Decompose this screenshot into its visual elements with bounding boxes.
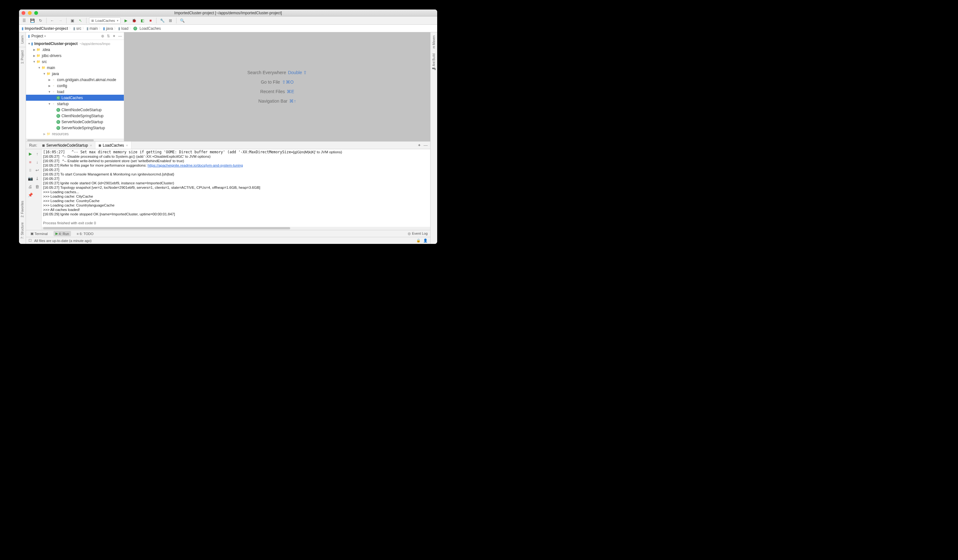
wrench-icon[interactable]: 🔧 [159, 17, 165, 24]
expand-icon[interactable]: ⇅ [107, 34, 110, 38]
hint-recent: Recent Files⌘E [260, 89, 294, 94]
event-log-tab[interactable]: ◎ Event Log [408, 232, 428, 236]
tree-node[interactable]: CClientNodeCodeStartup [26, 107, 124, 113]
empty-editor: Search EverywhereDouble ⇧ Go to File⇧⌘O … [124, 32, 430, 141]
tab-terminal[interactable]: ▣ Terminal [29, 231, 50, 236]
run-gutter: ▶ ↑ ■ ↓ ⏸ ↩ 📷 ⤓ 🖨 🗑 📌 [26, 149, 42, 230]
tree-node[interactable]: CServerNodeCodeStartup [26, 119, 124, 125]
run-tool-window: Run: ▦ServerNodeCodeStartup× ▦LoadCaches… [26, 141, 430, 230]
tree-node-selected[interactable]: CLoadCaches [26, 95, 124, 101]
bottom-tool-tabs: ▣ Terminal ▶ 4: Run ≡ 6: TODO ◎ Event Lo… [26, 230, 430, 237]
breadcrumb-item[interactable]: ▮ImportedCluster-project [22, 26, 68, 31]
rail-tab-favorites[interactable]: 2: Favorites [20, 199, 25, 219]
run-tabs: Run: ▦ServerNodeCodeStartup× ▦LoadCaches… [26, 141, 430, 149]
tree-node[interactable]: ▶▫config [26, 82, 124, 89]
rail-tab-project[interactable]: 1: Project [20, 48, 25, 65]
breadcrumb-item[interactable]: ▮java [103, 26, 113, 31]
tree-node[interactable]: ▼▫load [26, 89, 124, 95]
hide-icon[interactable]: — [423, 143, 428, 148]
sync-icon[interactable]: ↻ [37, 17, 44, 24]
rail-tab-learn[interactable]: Learn [20, 33, 25, 46]
hint-goto: Go to File⇧⌘O [261, 79, 293, 84]
console-scrollbar[interactable] [42, 227, 430, 230]
tree-scrollbar[interactable] [26, 139, 124, 141]
wrap-icon[interactable]: ↩ [34, 167, 41, 173]
tree-node[interactable]: CClientNodeSpringStartup [26, 113, 124, 119]
structure-icon[interactable]: ⊞ [167, 17, 174, 24]
hint-nav: Navigation Bar⌘↑ [259, 98, 296, 103]
window-title: ImportedCluster-project [~/apps/demos/Im… [19, 11, 437, 15]
run-config-selector[interactable]: ▦ LoadCaches [89, 17, 121, 24]
run-config-label: LoadCaches [95, 19, 115, 22]
make-icon[interactable]: ▣ [69, 17, 75, 24]
status-icon: ☐ [29, 238, 32, 243]
open-icon[interactable]: ☰ [21, 17, 27, 24]
breadcrumb-item[interactable]: ▮load [118, 26, 128, 31]
scroll-icon[interactable]: ⤓ [34, 175, 41, 181]
main-toolbar: ☰ 💾 ↻ ← → ▣ ↖ ▦ LoadCaches ▶ 🐞 ◧ ■ 🔧 ⊞ 🔍 [19, 16, 437, 25]
tab-todo[interactable]: ≡ 6: TODO [75, 231, 95, 236]
search-icon[interactable]: 🔍 [179, 17, 186, 24]
breadcrumb-item[interactable]: ▮main [87, 26, 98, 31]
tree-node[interactable]: CServerNodeSpringStartup [26, 125, 124, 131]
trash-icon[interactable]: 🗑 [34, 183, 41, 190]
locate-icon[interactable]: ⊕ [101, 34, 104, 38]
left-tool-rail: Learn 1: Project 2: Favorites 7: Structu… [19, 32, 26, 244]
project-sidebar: ▮ Project ▾ ⊕ ⇅ ✦ — ▼▮ ImportedCluster-p… [26, 32, 124, 141]
editor-area: Search EverywhereDouble ⇧ Go to File⇧⌘O … [124, 32, 430, 141]
status-message: All files are up-to-date (a minute ago) [34, 239, 92, 243]
tree-node[interactable]: ▼▫startup [26, 101, 124, 107]
rail-tab-maven[interactable]: m Maven [431, 33, 436, 50]
back-icon[interactable]: ← [49, 17, 56, 24]
tree-node[interactable]: ▶▫com.gridgain.chaudhri.akmal.mode [26, 77, 124, 82]
titlebar: ImportedCluster-project [~/apps/demos/Im… [19, 10, 437, 16]
close-icon[interactable]: × [126, 143, 128, 147]
gear-icon[interactable]: ✦ [113, 34, 116, 38]
tree-node[interactable]: ▼📁main [26, 65, 124, 71]
run-icon[interactable]: ▶ [122, 17, 129, 24]
pause-icon[interactable]: ⏸ [27, 167, 33, 173]
tree-node[interactable]: ▶📁resources [26, 131, 124, 137]
dump-icon[interactable]: 📷 [27, 175, 33, 181]
save-icon[interactable]: 💾 [29, 17, 35, 24]
forward-icon[interactable]: → [57, 17, 64, 24]
tree-node[interactable]: ▶📁jdbc-drivers [26, 52, 124, 59]
console-output[interactable]: [16:05:27] ^-- Set max direct memory siz… [42, 149, 430, 227]
up-icon[interactable]: ↑ [34, 151, 41, 157]
breadcrumbs: ▮ImportedCluster-project〉 ▮src〉 ▮main〉 ▮… [19, 25, 437, 32]
hint-search: Search EverywhereDouble ⇧ [247, 70, 307, 75]
breadcrumb-item[interactable]: CLoadCaches [133, 26, 160, 31]
project-tree[interactable]: ▼▮ ImportedCluster-project~/apps/demos/I… [26, 40, 124, 139]
run-tab[interactable]: ▦ServerNodeCodeStartup× [39, 141, 95, 149]
right-tool-rail: m Maven 🐜 Ant Build [430, 32, 437, 244]
debug-icon[interactable]: 🐞 [131, 17, 137, 24]
rail-tab-structure[interactable]: 7: Structure [20, 221, 25, 241]
inspect-icon[interactable]: 👤 [423, 238, 428, 243]
hide-icon[interactable]: — [118, 34, 122, 38]
breadcrumb-item[interactable]: ▮src [73, 26, 81, 31]
sidebar-title: Project [31, 34, 43, 38]
gear-icon[interactable]: ✦ [417, 143, 421, 148]
rail-tab-ant[interactable]: 🐜 Ant Build [431, 52, 436, 73]
run-label: Run: [27, 143, 39, 148]
tree-node[interactable]: ▼📁src [26, 59, 124, 65]
down-icon[interactable]: ↓ [34, 159, 41, 165]
rerun-icon[interactable]: ▶ [27, 151, 33, 157]
stop-icon[interactable]: ■ [148, 17, 154, 24]
lock-icon[interactable]: 🔒 [416, 238, 421, 243]
tree-node[interactable]: ▶📁.idea [26, 46, 124, 52]
close-icon[interactable]: × [90, 143, 92, 147]
tab-run[interactable]: ▶ 4: Run [54, 231, 71, 236]
statusbar: ☐ All files are up-to-date (a minute ago… [26, 237, 430, 244]
print-icon[interactable]: 🖨 [27, 183, 33, 190]
stop-icon[interactable]: ■ [27, 159, 33, 165]
hammer-icon[interactable]: ↖ [77, 17, 84, 24]
run-tab-active[interactable]: ▦LoadCaches× [95, 141, 132, 149]
tree-node[interactable]: ▼📁java [26, 71, 124, 77]
sidebar-header: ▮ Project ▾ ⊕ ⇅ ✦ — [26, 32, 124, 40]
ide-window: ImportedCluster-project [~/apps/demos/Im… [19, 10, 437, 244]
tree-root[interactable]: ▼▮ ImportedCluster-project~/apps/demos/I… [26, 41, 124, 46]
pin-icon[interactable]: 📌 [27, 192, 33, 198]
coverage-icon[interactable]: ◧ [139, 17, 145, 24]
